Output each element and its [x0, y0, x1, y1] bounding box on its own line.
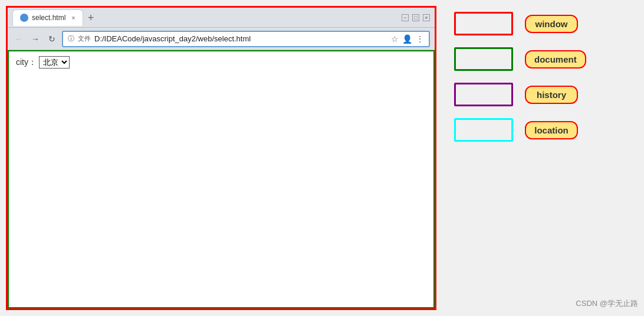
document-box [454, 47, 513, 71]
browser-tab[interactable]: select.html × [12, 9, 83, 26]
page-content: city： 北京 上海 广州 [8, 50, 435, 308]
city-label-text: city： [16, 57, 37, 68]
diagram-area: window document history location CSDN @学… [442, 0, 644, 316]
diagram-row-history: history [454, 83, 632, 106]
city-select[interactable]: 北京 上海 广州 [39, 56, 70, 69]
window-controls: − □ × [402, 14, 430, 21]
window-box [454, 12, 513, 35]
title-bar: select.html × + − □ × [8, 8, 435, 28]
file-label: 文件 [78, 34, 91, 43]
menu-icon[interactable]: ⋮ [416, 34, 424, 44]
watermark: CSDN @学无止路 [576, 298, 638, 309]
maximize-button[interactable]: □ [412, 14, 419, 21]
diagram-row-window: window [454, 12, 632, 35]
profile-icon[interactable]: 👤 [402, 34, 412, 44]
address-actions: ☆ 👤 ⋮ [391, 34, 424, 44]
address-bar-row: ← → ↻ ⓘ 文件 D:/IDEACode/javascript_day2/w… [8, 28, 435, 50]
browser-window: select.html × + − □ × ← → ↻ ⓘ 文件 D:/IDEA… [6, 6, 436, 310]
browser-area: select.html × + − □ × ← → ↻ ⓘ 文件 D:/IDEA… [0, 0, 442, 316]
minimize-button[interactable]: − [402, 14, 409, 21]
history-box [454, 83, 513, 106]
reload-button[interactable]: ↻ [45, 32, 58, 45]
url-text: D:/IDEACode/javascript_day2/web/select.h… [94, 34, 387, 43]
document-label[interactable]: document [525, 50, 586, 69]
location-box [454, 118, 513, 142]
history-label[interactable]: history [525, 86, 578, 104]
diagram-row-document: document [454, 47, 632, 71]
city-row: city： 北京 上海 广州 [16, 56, 426, 69]
tab-favicon-icon [20, 14, 28, 22]
address-bar[interactable]: ⓘ 文件 D:/IDEACode/javascript_day2/web/sel… [62, 31, 430, 47]
tab-area: select.html × + [12, 9, 397, 26]
tab-close-icon[interactable]: × [71, 14, 75, 21]
forward-button[interactable]: → [29, 32, 42, 45]
close-button[interactable]: × [423, 14, 430, 21]
back-button[interactable]: ← [12, 32, 25, 45]
location-label[interactable]: location [525, 121, 578, 139]
bookmark-icon[interactable]: ☆ [391, 34, 399, 44]
secure-icon: ⓘ [68, 34, 74, 43]
tab-title: select.html [32, 14, 65, 22]
diagram-row-location: location [454, 118, 632, 142]
new-tab-button[interactable]: + [88, 12, 94, 23]
window-label[interactable]: window [525, 15, 578, 33]
